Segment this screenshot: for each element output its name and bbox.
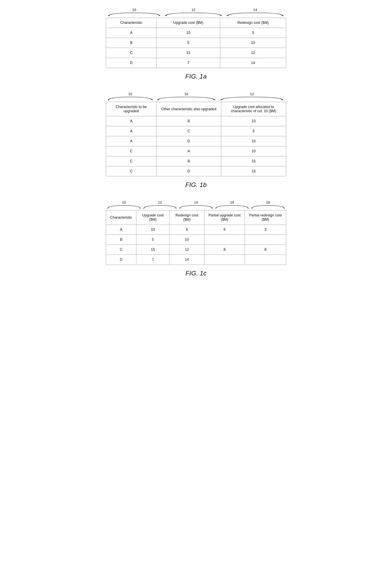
table-cell: C xyxy=(106,166,156,176)
table-cell: 5 xyxy=(136,235,169,245)
table-cell: 12 xyxy=(169,245,204,255)
table-cell: C xyxy=(106,156,156,166)
table-fig1a-col2-header: Upgrade cost ($M) xyxy=(156,18,220,28)
table-cell xyxy=(204,255,245,265)
table-fig1b: Characteristic to be upgraded Other char… xyxy=(106,102,286,176)
table-cell: 3 xyxy=(245,225,286,235)
table-row: B510 xyxy=(106,235,286,245)
table-cell: A xyxy=(106,116,156,126)
table-fig1b-col1-header: Characteristic to be upgraded xyxy=(106,102,156,116)
figure-1a: 10 12 14 Characteristic Upgrade cost ($M… xyxy=(106,8,286,80)
table-fig1a-col3-header: Redesign cost ($M) xyxy=(220,18,286,28)
table-cell: 10 xyxy=(221,136,286,146)
table-row: C151288 xyxy=(106,245,286,255)
table-fig1a-col1-header: Characteristic xyxy=(106,18,156,28)
brace-svg-12-1b xyxy=(218,96,286,101)
table-fig1b-col3-header: Upgrade cost allocated to characteristic… xyxy=(221,102,286,116)
table-fig1c-col4-header: Partial upgrade cost ($M) xyxy=(204,210,245,225)
table-fig1a: Characteristic Upgrade cost ($M) Redesig… xyxy=(106,18,286,68)
table-cell: 10 xyxy=(220,38,286,48)
table-fig1c-col5-header: Partial redesign cost ($M) xyxy=(245,210,286,225)
table-row: D714 xyxy=(106,58,286,68)
fig1a-caption: FIG. 1a xyxy=(185,73,207,80)
table-cell: C xyxy=(106,146,156,156)
table-row: A10563 xyxy=(106,225,286,235)
brace-svg-12-1c xyxy=(142,205,178,209)
brace-svg-10-1a xyxy=(106,12,163,16)
table-fig1c: Characteristic Upgrade cost ($M) Redesig… xyxy=(106,210,286,265)
fig1b-caption: FIG. 1b xyxy=(185,181,207,189)
table-cell: D xyxy=(106,255,136,265)
table-cell: A xyxy=(106,28,156,38)
table-fig1c-col1-header: Characteristic xyxy=(106,210,136,225)
table-row: AC5 xyxy=(106,126,286,136)
figure-1b: 10 16 12 Characteristic to be upgraded O… xyxy=(106,92,286,189)
table-cell: 8 xyxy=(204,245,245,255)
fig1c-caption: FIG. 1c xyxy=(186,270,207,277)
table-cell xyxy=(204,235,245,245)
table-fig1b-col2-header: Other characteristic also upgraded xyxy=(156,102,221,116)
brace-svg-14-1a xyxy=(224,12,286,16)
table-cell: 14 xyxy=(169,255,204,265)
brace-svg-10-1c xyxy=(106,205,142,209)
table-cell xyxy=(245,235,286,245)
table-fig1c-col3-header: Redesign cost ($M) xyxy=(169,210,204,225)
table-cell: 10 xyxy=(156,28,220,38)
table-row: D714 xyxy=(106,255,286,265)
table-row: AD10 xyxy=(106,136,286,146)
table-cell: 5 xyxy=(156,38,220,48)
table-cell: 15 xyxy=(156,48,220,58)
table-cell: 7 xyxy=(136,255,169,265)
table-cell: 10 xyxy=(169,235,204,245)
table-fig1c-col2-header: Upgrade cost ($M) xyxy=(136,210,169,225)
brace-18-fig1c: 18 xyxy=(214,201,250,209)
table-cell: C xyxy=(106,245,136,255)
brace-14-fig1a: 14 xyxy=(224,8,286,16)
table-row: CB15 xyxy=(106,156,286,166)
table-cell: 7 xyxy=(156,58,220,68)
table-cell: C xyxy=(156,126,221,136)
table-cell: 12 xyxy=(220,48,286,58)
table-row: CD15 xyxy=(106,166,286,176)
brace-10-fig1b: 10 xyxy=(106,92,154,101)
table-cell: B xyxy=(156,156,221,166)
table-row: AB10 xyxy=(106,116,286,126)
table-row: A105 xyxy=(106,28,286,38)
table-cell: D xyxy=(106,58,156,68)
table-row: C1512 xyxy=(106,48,286,58)
table-cell: 14 xyxy=(220,58,286,68)
table-cell: A xyxy=(106,136,156,146)
brace-svg-10-1b xyxy=(106,96,154,101)
brace-10-fig1c: 10 xyxy=(106,201,142,209)
brace-20-fig1c: 20 xyxy=(250,201,286,209)
table-cell: 8 xyxy=(245,245,286,255)
table-cell: 5 xyxy=(221,126,286,136)
table-cell: A xyxy=(156,146,221,156)
table-cell: B xyxy=(156,116,221,126)
table-row: B510 xyxy=(106,38,286,48)
table-cell: 5 xyxy=(169,225,204,235)
brace-svg-20-1c xyxy=(250,205,286,209)
table-cell: A xyxy=(106,126,156,136)
table-cell: D xyxy=(156,136,221,146)
brace-16-fig1b: 16 xyxy=(154,92,218,101)
table-cell: B xyxy=(106,38,156,48)
table-cell: 15 xyxy=(136,245,169,255)
table-cell: 15 xyxy=(221,156,286,166)
figure-1c: 10 12 14 18 20 xyxy=(106,201,286,277)
table-cell: 10 xyxy=(221,116,286,126)
brace-14-fig1c: 14 xyxy=(178,201,214,209)
brace-10-fig1a: 10 xyxy=(106,8,163,16)
table-cell xyxy=(245,255,286,265)
brace-svg-16-1b xyxy=(154,96,218,101)
brace-12-fig1c: 12 xyxy=(142,201,178,209)
table-cell: B xyxy=(106,235,136,245)
table-cell: C xyxy=(106,48,156,58)
table-row: CA10 xyxy=(106,146,286,156)
table-cell: 10 xyxy=(221,146,286,156)
table-cell: 5 xyxy=(220,28,286,38)
table-cell: D xyxy=(156,166,221,176)
brace-12-fig1b: 12 xyxy=(218,92,286,101)
table-cell: 10 xyxy=(136,225,169,235)
brace-12-fig1a: 12 xyxy=(163,8,224,16)
